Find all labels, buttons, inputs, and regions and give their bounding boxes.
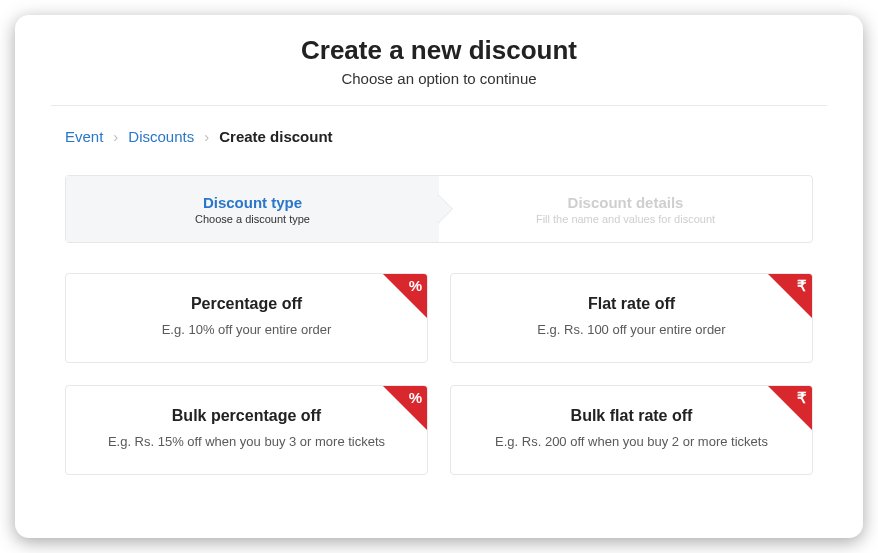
breadcrumb-discounts[interactable]: Discounts — [128, 128, 194, 145]
page-subtitle: Choose an option to continue — [51, 70, 827, 87]
option-title: Percentage off — [191, 295, 302, 313]
step-title: Discount details — [568, 194, 684, 211]
chevron-right-icon: › — [113, 128, 118, 145]
option-bulk-percentage-off[interactable]: % Bulk percentage off E.g. Rs. 15% off w… — [65, 385, 428, 475]
wizard-stepper: Discount type Choose a discount type Dis… — [65, 175, 813, 243]
step-discount-details[interactable]: Discount details Fill the name and value… — [439, 176, 812, 242]
option-title: Bulk flat rate off — [571, 407, 693, 425]
step-subtitle: Choose a discount type — [195, 213, 310, 225]
percent-icon: % — [409, 278, 422, 293]
option-description: E.g. Rs. 15% off when you buy 3 or more … — [108, 433, 385, 451]
option-percentage-off[interactable]: % Percentage off E.g. 10% off your entir… — [65, 273, 428, 363]
option-description: E.g. Rs. 200 off when you buy 2 or more … — [495, 433, 768, 451]
step-subtitle: Fill the name and values for discount — [536, 213, 715, 225]
rupee-icon: ₹ — [797, 390, 807, 405]
step-title: Discount type — [203, 194, 302, 211]
create-discount-card: Create a new discount Choose an option t… — [15, 15, 863, 538]
option-description: E.g. 10% off your entire order — [162, 321, 332, 339]
option-bulk-flat-rate-off[interactable]: ₹ Bulk flat rate off E.g. Rs. 200 off wh… — [450, 385, 813, 475]
header-divider — [51, 105, 827, 106]
option-description: E.g. Rs. 100 off your entire order — [537, 321, 725, 339]
option-title: Bulk percentage off — [172, 407, 321, 425]
discount-type-options: % Percentage off E.g. 10% off your entir… — [65, 273, 813, 475]
rupee-icon: ₹ — [797, 278, 807, 293]
page-title: Create a new discount — [51, 35, 827, 66]
breadcrumb-event[interactable]: Event — [65, 128, 103, 145]
percent-icon: % — [409, 390, 422, 405]
option-flat-rate-off[interactable]: ₹ Flat rate off E.g. Rs. 100 off your en… — [450, 273, 813, 363]
chevron-right-icon: › — [204, 128, 209, 145]
breadcrumb: Event › Discounts › Create discount — [65, 128, 827, 145]
breadcrumb-current: Create discount — [219, 128, 332, 145]
option-title: Flat rate off — [588, 295, 675, 313]
step-discount-type[interactable]: Discount type Choose a discount type — [66, 176, 439, 242]
page-header: Create a new discount Choose an option t… — [51, 35, 827, 87]
